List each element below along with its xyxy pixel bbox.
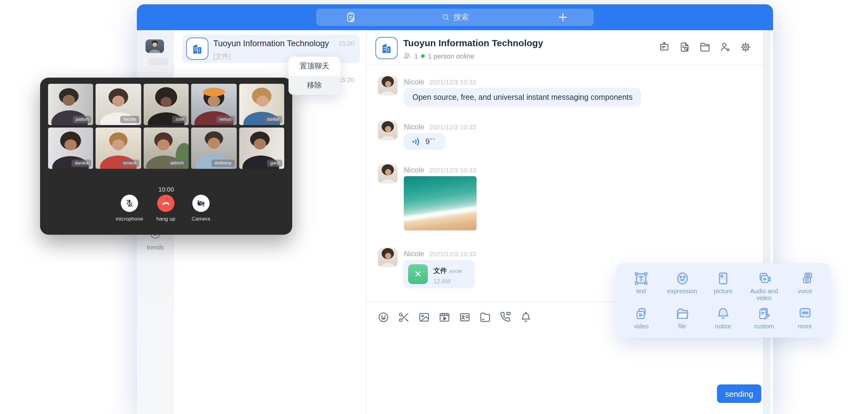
call-tile[interactable]: Nicole: [96, 84, 141, 125]
chat-scrollbar[interactable]: [763, 30, 771, 414]
online-status: 1 person online: [428, 52, 474, 59]
voice-duration: 9``: [425, 137, 435, 146]
chat-header-actions: [658, 41, 751, 53]
panel-item-file[interactable]: file: [662, 306, 703, 334]
call-tile[interactable]: patton: [48, 84, 93, 125]
call-icon[interactable]: [499, 311, 512, 323]
microphone-button[interactable]: [121, 195, 138, 212]
image-message-beach[interactable]: [404, 176, 476, 230]
chat-meta: 1 1 person online: [403, 52, 474, 60]
screenshot-scissors-icon[interactable]: [398, 311, 410, 323]
avatar[interactable]: [378, 164, 398, 184]
file-icon[interactable]: [479, 311, 491, 323]
avatar[interactable]: [378, 248, 398, 267]
hang-up-icon: [161, 198, 171, 208]
voice-panel-icon: [797, 270, 813, 286]
announcement-board-icon[interactable]: [658, 41, 670, 53]
search-field[interactable]: 搜索: [316, 9, 594, 26]
panel-item-text[interactable]: text: [621, 270, 662, 306]
microphone-control: microphone: [112, 195, 147, 222]
panel-item-notice[interactable]: notice: [703, 306, 744, 334]
call-tile[interactable]: danika: [48, 128, 93, 169]
call-tile[interactable]: Anthony: [191, 128, 237, 169]
call-tile[interactable]: ernest: [96, 128, 141, 169]
call-tile[interactable]: venus: [191, 84, 237, 125]
notice-bell-icon: [715, 306, 731, 322]
video-message-icon[interactable]: [438, 311, 451, 323]
panel-label: voice: [784, 288, 826, 294]
voice-message-bubble[interactable]: 9``: [404, 133, 445, 150]
text-message-bubble: Open source, free, and universal instant…: [404, 88, 641, 106]
message-time: 2021/12/3 10:33: [429, 123, 476, 131]
file-panel-icon: [674, 306, 690, 322]
online-dot: [421, 54, 425, 58]
panel-label: file: [662, 323, 703, 329]
members-icon: [403, 52, 411, 60]
camera-label: Camera: [183, 216, 219, 222]
camera-button[interactable]: [192, 195, 210, 212]
contact-card-icon[interactable]: [459, 311, 471, 323]
chat-group-icon: [375, 37, 398, 59]
participant-name: Anthony: [212, 160, 235, 167]
picture-panel-icon: [715, 270, 731, 286]
panel-item-video[interactable]: video: [621, 306, 662, 334]
settings-gear-icon[interactable]: [740, 41, 751, 53]
my-avatar[interactable]: [146, 39, 164, 53]
panel-item-expression[interactable]: expression: [662, 270, 703, 306]
avatar[interactable]: [378, 76, 398, 95]
context-menu: 置顶聊天 移除: [288, 57, 340, 95]
titlebar-search-pill[interactable]: 搜索: [316, 9, 594, 26]
search-icon: [441, 13, 450, 22]
call-tile[interactable]: gary: [239, 128, 284, 169]
message-time: 2021/12/3 10:33: [429, 250, 476, 257]
file-message-card[interactable]: ✕ 文件.excel 12.8M: [403, 260, 475, 288]
participant-name: zole: [172, 116, 187, 123]
expression-icon: [674, 270, 690, 286]
panel-label: more: [784, 323, 826, 329]
group-file-icon[interactable]: [699, 41, 711, 53]
avatar[interactable]: [378, 121, 398, 140]
panel-label: expression: [662, 288, 703, 294]
participant-name: patton: [72, 116, 92, 123]
call-tile[interactable]: zole: [144, 84, 189, 125]
chat-record-search-icon[interactable]: [679, 41, 690, 53]
file-name: 文件: [433, 266, 447, 274]
panel-item-custom[interactable]: custom: [743, 306, 784, 334]
call-tile[interactable]: aldrich: [144, 128, 189, 169]
hangup-control: hang up: [148, 195, 184, 222]
menu-item-remove[interactable]: 移除: [288, 76, 340, 95]
panel-label: picture: [703, 288, 744, 294]
trends-label: trends: [142, 244, 169, 251]
member-count: 1: [414, 52, 418, 59]
conversation-time: 15:20: [336, 39, 354, 47]
action-panel: text expression picture Audio and video …: [616, 263, 830, 338]
send-button[interactable]: sending: [717, 384, 761, 403]
chat-title: Tuoyun Information Technology: [403, 38, 543, 48]
panel-item-more[interactable]: more: [784, 306, 826, 334]
hang-up-button[interactable]: [157, 195, 175, 212]
picture-icon[interactable]: [418, 311, 430, 323]
video-panel-icon: [633, 306, 649, 322]
menu-item-pin-chat[interactable]: 置顶聊天: [288, 57, 340, 76]
camera-muted-icon: [196, 198, 206, 208]
call-tile[interactable]: stellar: [239, 84, 284, 125]
plus-icon[interactable]: [557, 11, 569, 26]
participant-name: venus: [216, 116, 235, 123]
input-toolbar: [377, 311, 532, 323]
notification-bell-icon[interactable]: [520, 311, 532, 323]
emoji-icon[interactable]: [377, 311, 390, 323]
panel-item-picture[interactable]: picture: [703, 270, 744, 306]
add-member-icon[interactable]: [719, 41, 731, 53]
excel-file-icon: ✕: [408, 264, 428, 284]
panel-item-audio-video[interactable]: Audio and video: [743, 270, 784, 306]
participant-name: aldrich: [167, 160, 187, 167]
message-time: 2021/12/3 10:33: [429, 166, 476, 174]
sidebar-item-hidden: [148, 58, 169, 65]
participant-name: Nicole: [120, 116, 139, 123]
message-time: 2021/12/3 10:33: [429, 78, 476, 86]
microphone-label: microphone: [112, 216, 147, 222]
panel-item-voice[interactable]: voice: [784, 270, 826, 306]
text-icon: [633, 270, 649, 286]
panel-label: Audio and video: [743, 288, 784, 301]
camera-control: Camera: [183, 195, 219, 222]
